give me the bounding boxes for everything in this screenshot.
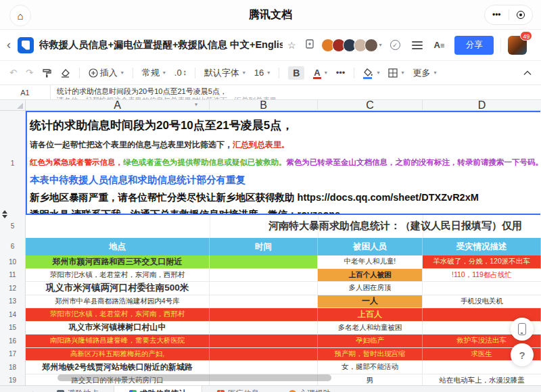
row-number[interactable]: 13: [0, 297, 25, 305]
formula-content[interactable]: 统计的求助信息时间段为20号10点至21号凌晨5点， 请各位一起帮忙把这个表里的…: [51, 85, 541, 99]
collaborator-avatars[interactable]: ▾: [321, 39, 382, 52]
sheet-title-row[interactable]: 河南特大暴雨求助信息统计：（建议人民日报填写）仅用: [26, 215, 541, 238]
user-avatar[interactable]: 49: [508, 36, 527, 55]
header-trapped[interactable]: 被困人员: [318, 238, 423, 255]
cell[interactable]: [210, 348, 318, 362]
new-doc-icon[interactable]: [306, 39, 314, 51]
column-header-b[interactable]: B: [210, 100, 318, 111]
horizontal-scrollbar-thumb[interactable]: [57, 374, 331, 381]
bold-button[interactable]: B: [288, 66, 304, 80]
more-format-dots-button[interactable]: •••: [336, 68, 346, 78]
cell-reference[interactable]: A1: [0, 85, 51, 99]
text-format-icon[interactable]: A≡: [434, 40, 444, 50]
fill-color-button[interactable]: ▾: [363, 68, 379, 77]
header-divider: [500, 39, 501, 52]
cell[interactable]: 预产期，暂时出现宫缩: [318, 348, 423, 362]
column-header-c[interactable]: C: [318, 100, 423, 111]
star-button[interactable]: ☆: [287, 40, 296, 51]
row-number[interactable]: 11: [0, 271, 25, 278]
cell[interactable]: 中老年人和儿童!: [318, 255, 423, 269]
cell[interactable]: 女，腿部不能活动: [318, 361, 423, 374]
borders-button[interactable]: ▾: [388, 68, 404, 78]
cell[interactable]: [210, 322, 318, 335]
row-number[interactable]: 6: [0, 243, 25, 250]
back-button[interactable]: ‹: [0, 38, 18, 52]
cell[interactable]: 巩义市米河镇两河口村委往南500米: [26, 282, 210, 295]
cell[interactable]: !110，119都占线忙: [423, 269, 541, 283]
miniprogram-capsule[interactable]: •••: [484, 5, 533, 25]
menu-icon[interactable]: [412, 39, 423, 51]
help-button[interactable]: ?: [511, 343, 534, 366]
cell[interactable]: 多名老人和幼童被困: [318, 322, 423, 335]
cell[interactable]: [423, 282, 541, 295]
cell[interactable]: [210, 269, 318, 283]
cell[interactable]: 手机没电关机: [423, 295, 541, 309]
select-all-corner[interactable]: [0, 100, 26, 111]
add-sheet-icon[interactable]: +: [30, 389, 35, 392]
sheet-tab-active[interactable]: 求助信息统计: [114, 386, 202, 392]
close-circle-icon[interactable]: [509, 11, 533, 19]
cell[interactable]: 上百人: [318, 308, 423, 322]
column-header-a[interactable]: A: [26, 100, 210, 111]
cell[interactable]: [210, 255, 318, 269]
cell[interactable]: 荥阳市汜水镇，老君堂村，东河南，西邢村: [26, 269, 210, 283]
undo-button[interactable]: ↶: [9, 68, 17, 78]
hidden-rows-expand-up-icon[interactable]: [2, 210, 7, 214]
cell[interactable]: [210, 282, 318, 295]
insert-button[interactable]: 插入▾: [89, 67, 124, 79]
column-dropdown-icon[interactable]: ▾: [195, 101, 197, 107]
row-number[interactable]: 14: [0, 311, 25, 318]
row-number[interactable]: 19: [0, 376, 25, 384]
cell[interactable]: 南阳路兴隆铺路昌建誉峰，需要去大桥医院: [26, 335, 210, 348]
cell[interactable]: 孕妇临产: [318, 335, 423, 348]
row-number[interactable]: 10: [0, 258, 25, 266]
row-number[interactable]: 15: [0, 324, 25, 331]
open-on-phone-button[interactable]: [511, 318, 534, 341]
cell[interactable]: 一人: [318, 295, 423, 309]
cell[interactable]: 上百个人被困: [318, 269, 423, 283]
more-tools-button[interactable]: 更多▾: [413, 67, 436, 79]
header-location[interactable]: 地点: [26, 238, 210, 255]
row-number[interactable]: 5: [0, 222, 25, 230]
cell[interactable]: 羊水破了，分娩，120派不出车: [423, 255, 541, 269]
row-number[interactable]: 16: [0, 337, 25, 345]
clear-format-eraser-button[interactable]: [60, 68, 70, 78]
row-number[interactable]: 18: [0, 364, 25, 371]
decimal-button[interactable]: .0 ▴▾: [174, 68, 186, 78]
hidden-rows-expand-down-icon[interactable]: [2, 215, 7, 218]
redo-button[interactable]: ↷: [26, 68, 33, 78]
cell[interactable]: [210, 295, 318, 309]
cell[interactable]: 郑州市颍河西路和西三环交叉口附近: [26, 255, 210, 269]
table-row: 郑州市颍河西路和西三环交叉口附近 中老年人和儿童! 羊水破了，分娩，120派不出…: [26, 255, 541, 269]
cell[interactable]: 郑州地铁2号线贾河站地铁口附近的新城路: [26, 361, 210, 374]
collapse-toolbar-button[interactable]: [523, 70, 532, 76]
sheet-tab[interactable]: 心理援助: [274, 386, 346, 392]
row-number[interactable]: 12: [0, 285, 25, 292]
share-button[interactable]: 分享: [454, 36, 494, 55]
cell[interactable]: 多人困在房顶: [318, 282, 423, 295]
doc-title[interactable]: 待救援人员信息+漏电位置提醒+救援队信息 中文+English: [39, 39, 283, 51]
cell[interactable]: [210, 335, 318, 348]
cell[interactable]: 高新区万科五期雅梅苑的产妇,: [26, 348, 210, 362]
cell[interactable]: [210, 361, 318, 374]
column-header-d[interactable]: D: [423, 100, 541, 111]
cell-a1-note-block[interactable]: 统计的求助信息时间段为20号10点至21号凌晨5点， 请各位一起帮忙把这个表里的…: [26, 111, 541, 215]
home-button[interactable]: ⌂: [9, 5, 31, 26]
row-number[interactable]: 1: [0, 160, 25, 167]
header-situation[interactable]: 受灾情况描述: [423, 238, 541, 255]
header-time[interactable]: 时间: [210, 238, 318, 255]
cell[interactable]: [210, 308, 318, 322]
sheet-list-icon[interactable]: ≡: [9, 389, 14, 392]
number-format-button[interactable]: 常规▾: [142, 67, 166, 79]
font-size-button[interactable]: 16▾: [254, 68, 270, 78]
row-number[interactable]: 17: [0, 350, 25, 358]
sheet-tab[interactable]: 医疗信息: [202, 386, 274, 392]
cell[interactable]: 巩义市米河镇楝树口村山中: [26, 322, 210, 335]
cell[interactable]: 荥阳市汜水镇，老君堂村，东河南，西邢村: [26, 308, 210, 322]
font-family-button[interactable]: 默认字体▾: [204, 67, 245, 79]
font-color-button[interactable]: A▾: [313, 68, 327, 78]
cell[interactable]: 郑州市中牟县商都路浩瀚建材园内4号库: [26, 295, 210, 309]
sheet-tab[interactable]: 避险地点: [42, 386, 114, 392]
format-painter-button[interactable]: [42, 68, 51, 78]
more-options-icon[interactable]: •••: [485, 10, 509, 20]
